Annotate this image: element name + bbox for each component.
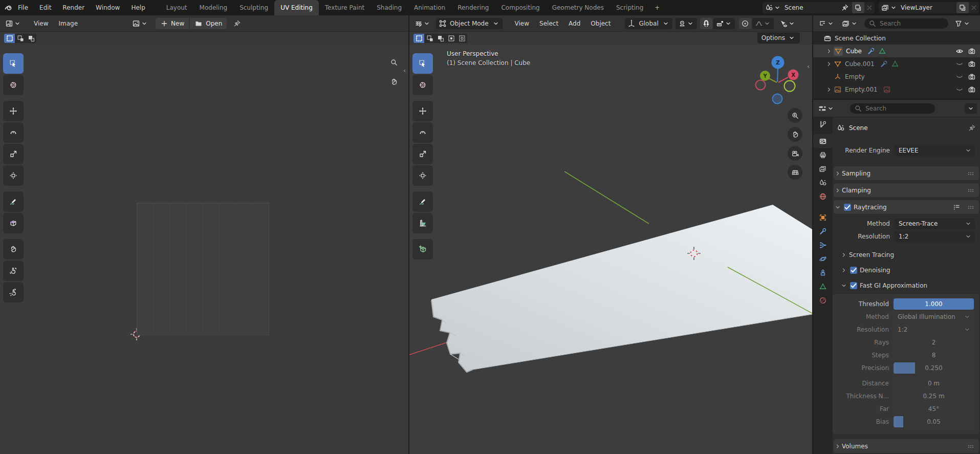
list-icon[interactable]	[952, 203, 961, 211]
zoom-view-icon[interactable]	[386, 55, 401, 70]
eye-closed-icon[interactable]	[955, 73, 964, 81]
outliner-row-cube[interactable]: Cube	[813, 45, 980, 57]
properties-search-input[interactable]: Search	[850, 103, 935, 114]
workspace-tab-uv-editing[interactable]: UV Editing	[274, 0, 319, 15]
grip-icon[interactable]	[967, 186, 975, 194]
select-mode-extend-button[interactable]	[424, 34, 435, 43]
filter-dropdown[interactable]	[952, 19, 973, 28]
properties-tab-physics[interactable]	[813, 252, 833, 266]
pivot-point-dropdown[interactable]	[676, 18, 697, 29]
workspace-tab-geometry-nodes[interactable]: Geometry Nodes	[546, 0, 610, 15]
topbar-menu-help[interactable]: Help	[125, 0, 150, 15]
tool-add-cube-button[interactable]	[412, 239, 433, 260]
uv-view-menu[interactable]: View	[29, 20, 53, 27]
new-scene-button[interactable]	[852, 2, 864, 13]
property-field-method[interactable]: Global Illumination	[894, 311, 974, 322]
display-mode-dropdown[interactable]	[840, 19, 860, 28]
properties-tab-scene[interactable]	[813, 176, 833, 189]
scene-selector[interactable]: Scene	[763, 2, 875, 13]
properties-tab-object-data[interactable]	[813, 279, 833, 293]
outliner-row-empty[interactable]: Empty	[813, 70, 980, 83]
mesh-plane-object[interactable]	[431, 205, 812, 372]
topbar-menu-edit[interactable]: Edit	[34, 0, 57, 15]
workspace-tab-compositing[interactable]: Compositing	[495, 0, 546, 15]
eye-closed-icon[interactable]	[955, 60, 964, 68]
topbar-menu-render[interactable]: Render	[57, 0, 90, 15]
object-name[interactable]: Empty	[845, 73, 865, 80]
chevron-down-icon[interactable]	[773, 4, 781, 12]
tool-move-button[interactable]	[3, 101, 24, 121]
topbar-menu-file[interactable]: File	[12, 0, 34, 15]
proportional-edit-toggle[interactable]	[739, 18, 751, 29]
viewport-add-menu[interactable]: Add	[563, 20, 585, 27]
fast-gi-checkbox[interactable]	[850, 282, 857, 289]
falloff-dropdown[interactable]	[752, 18, 774, 29]
select-mode-intersect-button[interactable]	[456, 34, 467, 43]
tool-rotate-button[interactable]	[3, 122, 24, 143]
object-name[interactable]: Empty.001	[845, 86, 878, 93]
properties-options-dropdown[interactable]	[965, 103, 977, 114]
workspace-tab-texture-paint[interactable]: Texture Paint	[319, 0, 371, 15]
tool-transform-button[interactable]	[3, 165, 24, 186]
raytracing-checkbox[interactable]	[844, 204, 851, 211]
properties-tab-particles[interactable]	[813, 238, 833, 252]
property-field-resolution[interactable]: 1:2	[894, 324, 974, 335]
camera-view-button[interactable]	[788, 146, 802, 161]
outliner-search-input[interactable]: Search	[864, 18, 948, 29]
workspace-tab-rendering[interactable]: Rendering	[451, 0, 495, 15]
properties-tab-material[interactable]	[813, 293, 833, 307]
properties-tab-view-layer[interactable]	[813, 162, 833, 176]
select-mode-set-button[interactable]	[413, 34, 424, 43]
denoising-checkbox[interactable]	[850, 267, 857, 274]
raytracing-resolution-dropdown[interactable]: 1:2	[895, 231, 975, 242]
mode-dropdown[interactable]: Object Mode	[436, 18, 503, 29]
select-mode-set-button[interactable]	[4, 34, 15, 43]
tool-grab-button[interactable]	[3, 239, 24, 260]
grip-icon[interactable]	[967, 169, 975, 178]
select-mode-subtract-button[interactable]	[26, 34, 36, 43]
tool-cursor-button[interactable]	[3, 75, 24, 95]
pan-view-icon[interactable]	[386, 74, 401, 89]
delete-viewlayer-button[interactable]	[969, 4, 979, 12]
editor-type-button[interactable]	[3, 19, 24, 28]
tool-tweak-button[interactable]	[412, 53, 433, 74]
navigation-gizmo[interactable]: Z Y X	[756, 56, 799, 104]
camera-visibility-icon[interactable]	[968, 47, 976, 55]
render-engine-dropdown[interactable]: EEVEE	[895, 145, 975, 156]
expand-arrow-icon[interactable]	[824, 47, 834, 55]
workspace-tab-layout[interactable]: Layout	[160, 0, 193, 15]
gizmo-y-neg-handle[interactable]	[785, 81, 795, 92]
transform-orientation-dropdown[interactable]: Global	[625, 18, 672, 29]
tool-rip-region-button[interactable]	[3, 213, 24, 233]
panel-raytracing[interactable]: Raytracing	[834, 200, 979, 214]
eye-open-icon[interactable]	[955, 47, 964, 55]
properties-tab-tool[interactable]	[813, 117, 833, 131]
uv-image-menu[interactable]: Image	[53, 20, 83, 27]
options-dropdown[interactable]: Options	[757, 32, 800, 44]
workspace-tab-animation[interactable]: Animation	[408, 0, 451, 15]
viewport-select-menu[interactable]: Select	[534, 20, 563, 27]
property-field-precision[interactable]: 0.250	[894, 362, 974, 374]
properties-tab-object[interactable]	[813, 210, 833, 224]
pin-icon[interactable]	[968, 124, 976, 132]
grip-icon[interactable]	[967, 442, 975, 450]
outliner-row-empty-001[interactable]: Empty.001	[813, 83, 980, 96]
tool-annotate-button[interactable]	[412, 191, 433, 212]
grip-icon[interactable]	[967, 203, 975, 211]
tool-scale-button[interactable]	[3, 144, 24, 164]
panel-volumes[interactable]: Volumes	[834, 439, 979, 453]
chevron-down-icon[interactable]	[889, 4, 898, 12]
tool-move-button[interactable]	[412, 101, 433, 121]
workspace-tab-shading[interactable]: Shading	[371, 0, 408, 15]
gizmo-z-neg-handle[interactable]	[773, 94, 782, 104]
viewlayer-selector[interactable]: ViewLayer	[879, 2, 979, 13]
tool-cursor-button[interactable]	[412, 75, 433, 95]
properties-tab-constraints[interactable]	[813, 266, 833, 279]
eye-closed-icon[interactable]	[955, 85, 964, 94]
viewport-view-menu[interactable]: View	[510, 20, 534, 27]
editor-type-button[interactable]	[816, 19, 837, 28]
tool-transform-button[interactable]	[412, 165, 433, 186]
property-field-threshold[interactable]: 1.000	[894, 298, 974, 310]
object-visibility-dropdown[interactable]	[777, 18, 798, 29]
snap-toggle[interactable]	[700, 18, 712, 29]
